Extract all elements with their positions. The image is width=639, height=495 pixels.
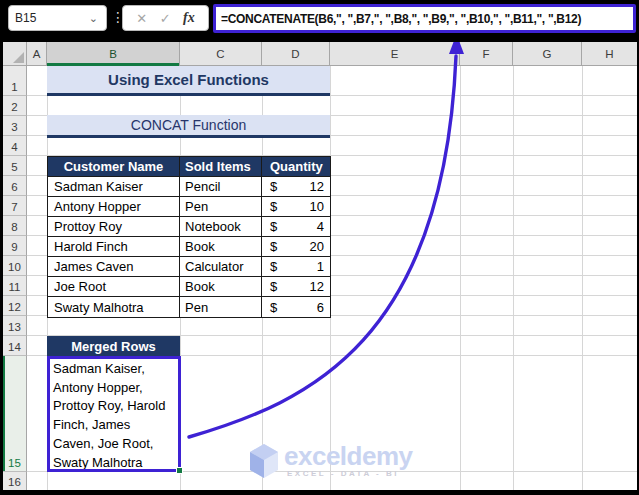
cell-item[interactable]: Notebook — [180, 217, 262, 237]
cell-customer[interactable]: Joe Root — [48, 277, 180, 297]
row-header-8[interactable]: 8 — [3, 216, 27, 236]
subtitle-banner-cell[interactable]: CONCAT Function — [47, 115, 330, 138]
cell-customer[interactable]: Antony Hopper — [48, 197, 180, 217]
quantity-value: 12 — [310, 179, 324, 194]
gridline — [460, 66, 461, 490]
table-row: Sadman Kaiser Pencil $12 — [48, 177, 330, 197]
column-header-f[interactable]: F — [460, 42, 513, 66]
cell-quantity[interactable]: $12 — [262, 277, 330, 297]
exceldemy-logo-icon — [248, 443, 280, 479]
quantity-value: 6 — [317, 300, 324, 315]
cell-item[interactable]: Pen — [180, 297, 262, 317]
table-row: James Caven Calculator $1 — [48, 257, 330, 277]
select-all-button[interactable] — [3, 42, 27, 66]
row-header-10[interactable]: 10 — [3, 256, 27, 276]
gridline — [582, 66, 583, 490]
cell-customer[interactable]: Prottoy Roy — [48, 217, 180, 237]
table-row: Prottoy Roy Notebook $4 — [48, 217, 330, 237]
column-header-e[interactable]: E — [330, 42, 460, 66]
cell-quantity[interactable]: $6 — [262, 297, 330, 317]
column-headers: A B C D E F G H — [3, 42, 637, 66]
watermark-tagline-text: EXCEL - DATA - BI — [284, 469, 412, 478]
currency-symbol: $ — [270, 279, 277, 294]
cell-item[interactable]: Pen — [180, 197, 262, 217]
cell-customer[interactable]: James Caven — [48, 257, 180, 277]
name-box-value: B15 — [15, 11, 89, 25]
merged-result-cell-b15[interactable]: Sadman Kaiser, Antony Hopper, Prottoy Ro… — [47, 356, 181, 472]
row-header-4[interactable]: 4 — [3, 136, 27, 156]
cell-item[interactable]: Book — [180, 277, 262, 297]
table-header-row: Customer Name Sold Items Quantity — [48, 157, 330, 177]
row-header-3[interactable]: 3 — [3, 116, 27, 136]
cell-customer[interactable]: Sadman Kaiser — [48, 177, 180, 197]
name-box[interactable]: B15 ⌄ — [8, 5, 107, 31]
table-row: Joe Root Book $12 — [48, 277, 330, 297]
gridline — [513, 66, 514, 490]
formula-buttons-group: ✕ ✓ fx — [122, 5, 209, 31]
cell-quantity[interactable]: $1 — [262, 257, 330, 277]
cell-quantity[interactable]: $20 — [262, 237, 330, 257]
column-header-d[interactable]: D — [262, 42, 330, 66]
cell-quantity[interactable]: $4 — [262, 217, 330, 237]
formula-input[interactable]: =CONCATENATE(B6,", ",B7,", ",B8,", ",B9,… — [213, 4, 636, 33]
data-table: Customer Name Sold Items Quantity Sadman… — [47, 156, 331, 318]
formula-text: =CONCATENATE(B6,", ",B7,", ",B8,", ",B9,… — [221, 12, 581, 26]
quantity-value: 10 — [310, 199, 324, 214]
row-header-1[interactable]: 1 — [3, 66, 27, 96]
row-header-2[interactable]: 2 — [3, 96, 27, 116]
cell-item[interactable]: Calculator — [180, 257, 262, 277]
row-header-15-selected[interactable]: 15 — [3, 356, 27, 472]
quantity-value: 20 — [310, 239, 324, 254]
currency-symbol: $ — [270, 199, 277, 214]
cell-item[interactable]: Book — [180, 237, 262, 257]
currency-symbol: $ — [270, 259, 277, 274]
formula-bar-strip: B15 ⌄ ⋮ ✕ ✓ fx =CONCATENATE(B6,", ",B7,"… — [0, 0, 639, 42]
enter-icon[interactable]: ✓ — [160, 11, 171, 26]
title-banner-cell[interactable]: Using Excel Functions — [47, 66, 330, 96]
excel-window: B15 ⌄ ⋮ ✕ ✓ fx =CONCATENATE(B6,", ",B7,"… — [0, 0, 639, 495]
row-header-6[interactable]: 6 — [3, 176, 27, 196]
quantity-value: 1 — [317, 259, 324, 274]
table-row: Harold Finch Book $20 — [48, 237, 330, 257]
column-header-b-selected[interactable]: B — [47, 42, 180, 66]
quantity-value: 4 — [317, 219, 324, 234]
row-header-16[interactable]: 16 — [3, 472, 27, 490]
header-customer-name[interactable]: Customer Name — [48, 157, 180, 177]
row-header-13[interactable]: 13 — [3, 316, 27, 336]
column-header-h[interactable]: H — [582, 42, 637, 66]
cell-item[interactable]: Pencil — [180, 177, 262, 197]
currency-symbol: $ — [270, 179, 277, 194]
currency-symbol: $ — [270, 239, 277, 254]
merged-rows-label-cell[interactable]: Merged Rows — [47, 336, 180, 356]
cell-customer[interactable]: Harold Finch — [48, 237, 180, 257]
exceldemy-watermark: exceldemy EXCEL - DATA - BI — [248, 443, 412, 479]
select-all-triangle-icon — [13, 52, 24, 63]
insert-function-icon[interactable]: fx — [183, 10, 195, 26]
row-header-12[interactable]: 12 — [3, 296, 27, 316]
quantity-value: 12 — [310, 279, 324, 294]
column-header-c[interactable]: C — [180, 42, 262, 66]
watermark-brand-text: exceldemy — [284, 444, 412, 468]
cell-quantity[interactable]: $12 — [262, 177, 330, 197]
currency-symbol: $ — [270, 300, 277, 315]
row-header-14[interactable]: 14 — [3, 336, 27, 356]
row-header-11[interactable]: 11 — [3, 276, 27, 296]
fill-handle[interactable] — [176, 467, 183, 474]
table-row: Antony Hopper Pen $10 — [48, 197, 330, 217]
cancel-icon[interactable]: ✕ — [136, 11, 147, 26]
row-header-7[interactable]: 7 — [3, 196, 27, 216]
cell-customer[interactable]: Swaty Malhotra — [48, 297, 180, 317]
currency-symbol: $ — [270, 219, 277, 234]
header-quantity[interactable]: Quantity — [262, 157, 330, 177]
cell-quantity[interactable]: $10 — [262, 197, 330, 217]
row-headers: 1 2 3 4 5 6 7 8 9 10 11 12 13 14 15 16 — [3, 66, 27, 490]
chevron-down-icon[interactable]: ⌄ — [89, 12, 98, 25]
table-row: Swaty Malhotra Pen $6 — [48, 297, 330, 317]
column-header-g[interactable]: G — [513, 42, 582, 66]
row-header-5[interactable]: 5 — [3, 156, 27, 176]
row-header-9[interactable]: 9 — [3, 236, 27, 256]
column-header-a[interactable]: A — [27, 42, 47, 66]
header-sold-items[interactable]: Sold Items — [180, 157, 262, 177]
